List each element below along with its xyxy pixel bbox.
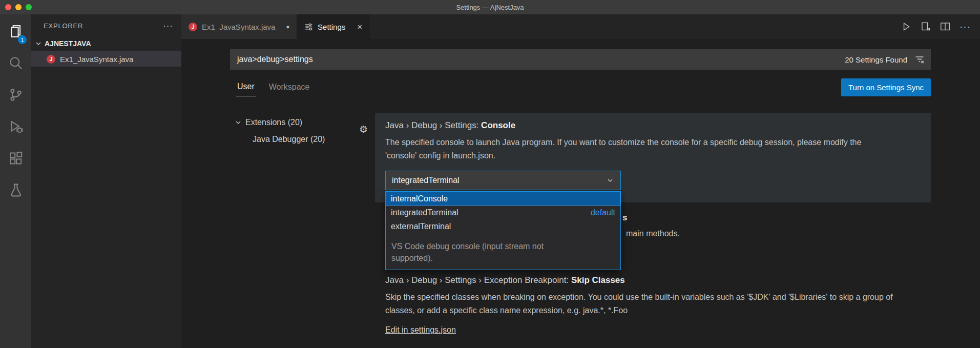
option-internal-console[interactable]: internalConsole — [386, 192, 620, 206]
option-integrated-terminal[interactable]: integratedTerminal default — [386, 206, 620, 219]
sidebar-project-row[interactable]: AJNESTJAVA — [31, 36, 181, 51]
setting-description: The specified console to launch Java pro… — [385, 136, 872, 162]
vscode-window: Settings — AjNestJava 1 — [0, 0, 980, 348]
settings-editor: java>debug>settings 20 Settings Found Us… — [181, 39, 980, 348]
chevron-down-icon — [234, 118, 242, 127]
toc-label: Extensions (20) — [245, 118, 302, 127]
option-description: VS Code debug console (input stream not … — [386, 236, 580, 270]
sidebar-file-row[interactable]: J Ex1_JavaSyntax.java — [31, 51, 181, 67]
tab-label: Settings — [318, 23, 345, 31]
close-tab-icon[interactable]: × — [357, 23, 362, 31]
tab-label: Ex1_JavaSyntax.java — [202, 23, 275, 31]
option-default-badge: default — [591, 208, 615, 217]
activity-extensions[interactable] — [0, 144, 31, 175]
settings-body: Extensions (20) Java Debugger (20) ⚙ Jav… — [230, 106, 931, 335]
window-title: Settings — AjNestJava — [0, 4, 980, 11]
tab-java-file[interactable]: J Ex1_JavaSyntax.java ● — [181, 14, 297, 39]
activity-bar: 1 — [0, 14, 31, 348]
setting-title: Java › Debug › Settings › Exception Brea… — [385, 275, 931, 285]
option-external-terminal[interactable]: externalTerminal — [386, 219, 620, 233]
console-select[interactable]: integratedTerminal — [385, 171, 621, 190]
tab-bar: J Ex1_JavaSyntax.java ● Settings × — [181, 14, 980, 39]
zoom-window-button[interactable] — [26, 4, 32, 10]
chevron-down-icon — [34, 39, 43, 48]
run-debug-icon — [9, 119, 23, 136]
toc-item-java-debugger[interactable]: Java Debugger (20) — [230, 135, 385, 144]
scope-tabs-row: User Workspace Turn on Settings Sync — [230, 77, 931, 97]
setting-actions-gear-icon[interactable]: ⚙ — [359, 124, 368, 135]
tab-workspace[interactable]: Workspace — [268, 78, 311, 96]
sidebar-title: EXPLORER — [44, 22, 83, 30]
run-button[interactable] — [901, 22, 911, 32]
java-file-icon: J — [189, 23, 197, 31]
activity-run-debug[interactable] — [0, 112, 31, 144]
extensions-icon — [9, 151, 23, 168]
setting-title: Java › Debug › Settings: Console — [385, 120, 921, 131]
titlebar: Settings — AjNestJava — [0, 0, 980, 14]
project-name: AJNESTJAVA — [45, 39, 91, 48]
option-label: integratedTerminal — [391, 208, 458, 217]
explorer-badge: 1 — [18, 35, 27, 44]
split-editor-icon[interactable] — [940, 22, 950, 32]
activity-search[interactable] — [0, 48, 31, 80]
tab-settings[interactable]: Settings × — [297, 14, 370, 39]
activity-explorer[interactable]: 1 — [0, 16, 31, 48]
setting-row-console: ⚙ Java › Debug › Settings: Console The s… — [375, 113, 931, 202]
setting-name: Skip Classes — [571, 275, 625, 285]
main-area: 1 — [0, 14, 980, 348]
edit-in-settings-json-link[interactable]: Edit in settings.json — [385, 325, 456, 335]
obscured-description-fragment: main methods. — [626, 229, 680, 238]
activity-source-control[interactable] — [0, 80, 31, 112]
minimize-window-button[interactable] — [15, 4, 22, 10]
close-window-button[interactable] — [5, 4, 11, 10]
results-count: 20 Settings Found — [845, 55, 907, 64]
obscured-heading-fragment: s — [622, 213, 627, 223]
setting-category: Java › Debug › Settings › Exception Brea… — [385, 275, 569, 285]
selected-value: integratedTerminal — [392, 176, 460, 185]
open-settings-json-icon[interactable] — [921, 22, 931, 32]
setting-description: Skip the specified classes when breaking… — [385, 291, 903, 317]
chevron-down-icon — [606, 176, 614, 185]
console-dropdown-list: internalConsole integratedTerminal defau… — [385, 191, 621, 270]
search-icon — [9, 56, 23, 72]
activity-testing[interactable] — [0, 175, 31, 207]
editor-group: J Ex1_JavaSyntax.java ● Settings × — [181, 14, 980, 348]
search-query: java>debug>settings — [237, 55, 313, 64]
settings-search-input[interactable]: java>debug>settings 20 Settings Found — [230, 49, 931, 70]
modified-dot-icon[interactable]: ● — [286, 24, 289, 30]
console-select-wrapper: integratedTerminal internalConsole integ… — [385, 171, 621, 190]
toc-label: Java Debugger (20) — [253, 135, 325, 144]
traffic-lights — [5, 4, 32, 10]
settings-sync-button[interactable]: Turn on Settings Sync — [841, 78, 931, 96]
setting-category: Java › Debug › Settings: — [385, 120, 478, 130]
source-control-icon — [9, 88, 23, 104]
setting-row-skip-classes: Java › Debug › Settings › Exception Brea… — [385, 275, 931, 335]
settings-icon — [304, 23, 313, 31]
more-actions-icon[interactable]: ··· — [960, 21, 971, 32]
settings-toc: Extensions (20) Java Debugger (20) — [230, 106, 385, 335]
setting-name: Console — [481, 120, 515, 130]
sidebar-header: EXPLORER ··· — [31, 14, 181, 36]
sidebar-more-actions-icon[interactable]: ··· — [163, 24, 173, 28]
explorer-sidebar: EXPLORER ··· AJNESTJAVA J Ex1_JavaSyntax… — [31, 14, 181, 348]
clear-filters-icon[interactable] — [914, 54, 925, 65]
tab-user[interactable]: User — [236, 78, 256, 96]
java-file-icon: J — [47, 55, 55, 64]
file-name: Ex1_JavaSyntax.java — [60, 55, 133, 64]
settings-list: ⚙ Java › Debug › Settings: Console The s… — [385, 106, 931, 335]
editor-actions: ··· — [901, 14, 980, 39]
beaker-icon — [9, 183, 23, 199]
